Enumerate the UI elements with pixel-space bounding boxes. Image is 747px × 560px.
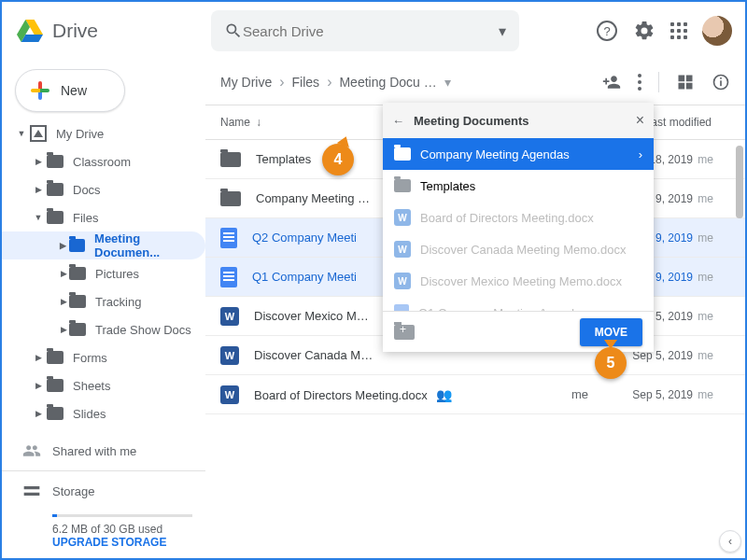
folder-icon xyxy=(47,407,63,420)
popup-item[interactable]: WDiscover Mexico Meeting Memo.docx xyxy=(383,265,654,297)
tree-meeting-documents[interactable]: ▶Meeting Documen... xyxy=(2,231,205,259)
storage-label: Storage xyxy=(52,484,95,498)
chevron-right-icon: › xyxy=(279,74,284,91)
app-name: Drive xyxy=(52,20,98,42)
search-input[interactable] xyxy=(243,23,499,39)
tree-tracking[interactable]: ▶Tracking xyxy=(2,287,205,315)
tree-label: Pictures xyxy=(95,267,139,281)
close-icon[interactable]: × xyxy=(636,112,644,129)
popup-item[interactable]: Templates xyxy=(383,170,654,202)
crumb-files[interactable]: Files xyxy=(292,75,320,90)
move-popup: ← Meeting Documents × Company Meeting Ag… xyxy=(383,103,654,352)
share-person-icon[interactable] xyxy=(602,73,621,91)
tree-label: Slides xyxy=(73,407,106,421)
tree-forms[interactable]: ▶Forms xyxy=(2,343,205,371)
svg-rect-6 xyxy=(720,80,722,86)
back-icon[interactable]: ← xyxy=(392,114,404,128)
tree-label: My Drive xyxy=(56,127,104,141)
folder-icon xyxy=(69,267,86,280)
shared-with-me[interactable]: Shared with me xyxy=(2,437,205,465)
folder-icon xyxy=(220,191,241,206)
caret-right-icon: ▶ xyxy=(58,297,69,306)
crumb-current[interactable]: Meeting Docu … xyxy=(339,75,436,90)
gdoc-icon xyxy=(220,267,237,287)
folder-icon xyxy=(47,183,63,196)
svg-text:?: ? xyxy=(603,24,610,38)
svg-rect-7 xyxy=(720,77,722,79)
shared-icon xyxy=(22,441,41,460)
toolbar: My Drive › Files › Meeting Docu … ▾ xyxy=(205,60,745,105)
gdoc-icon xyxy=(394,304,409,311)
caret-right-icon: ▶ xyxy=(30,381,47,390)
tree-label: Forms xyxy=(73,351,107,365)
crumb-mydrive[interactable]: My Drive xyxy=(220,75,272,90)
folder-icon xyxy=(394,147,411,161)
tree-label: Classroom xyxy=(73,155,131,169)
avatar[interactable] xyxy=(702,16,732,46)
popup-item-label: Discover Mexico Meeting Memo.docx xyxy=(420,274,622,288)
upgrade-link[interactable]: UPGRADE STORAGE xyxy=(52,536,192,549)
popup-item[interactable]: WDiscover Canada Meeting Memo.docx xyxy=(383,233,654,265)
tree-slides[interactable]: ▶Slides xyxy=(2,399,205,427)
caret-down-icon: ▼ xyxy=(30,213,47,222)
storage-block: 6.2 MB of 30 GB used UPGRADE STORAGE xyxy=(2,505,205,549)
storage[interactable]: Storage xyxy=(2,477,205,505)
caret-down-icon: ▼ xyxy=(13,129,30,138)
sidebar: New ▼ My Drive ▶Classroom ▶Docs ▼Files ▶… xyxy=(2,60,205,560)
caret-right-icon: ▶ xyxy=(58,269,69,278)
search-bar[interactable]: ▾ xyxy=(211,10,519,51)
caret-right-icon: ▶ xyxy=(58,241,69,250)
storage-bar xyxy=(52,514,192,517)
search-icon xyxy=(224,21,243,40)
arrow-down-icon: ↓ xyxy=(256,116,261,129)
col-lastmod[interactable]: Last modified xyxy=(645,116,730,129)
info-icon[interactable] xyxy=(712,73,730,91)
logo-group: Drive xyxy=(15,16,211,46)
folder-icon xyxy=(394,179,411,192)
word-icon: W xyxy=(394,273,411,289)
popup-item-label: Company Meeting Agendas xyxy=(420,147,570,161)
new-button-label: New xyxy=(61,83,87,98)
caret-right-icon: ▶ xyxy=(30,409,47,418)
tree-docs[interactable]: ▶Docs xyxy=(2,175,205,203)
header-actions: ? xyxy=(596,16,732,46)
caret-right-icon: ▶ xyxy=(30,353,47,362)
col-name-label: Name xyxy=(220,116,250,129)
caret-right-icon: ▶ xyxy=(58,325,69,334)
tree-files[interactable]: ▼Files xyxy=(2,203,205,231)
file-row[interactable]: WBoard of Directors Meeting.docx 👥meSep … xyxy=(205,375,745,414)
plus-icon xyxy=(29,79,51,102)
file-name: Board of Directors Meeting.docx 👥 xyxy=(254,387,571,402)
tree-tradeshow[interactable]: ▶Trade Show Docs xyxy=(2,315,205,343)
tree-pictures[interactable]: ▶Pictures xyxy=(2,259,205,287)
folder-icon xyxy=(220,152,241,167)
storage-used: 6.2 MB of 30 GB used xyxy=(52,523,192,536)
scrollbar[interactable] xyxy=(736,146,743,218)
search-dropdown-icon[interactable]: ▾ xyxy=(499,22,506,40)
callout-4: 4 xyxy=(322,144,354,175)
folder-icon xyxy=(69,323,86,336)
help-icon[interactable]: ? xyxy=(596,20,618,42)
tree-sheets[interactable]: ▶Sheets xyxy=(2,371,205,399)
apps-icon[interactable] xyxy=(670,22,687,39)
chevron-down-icon[interactable]: ▾ xyxy=(444,75,451,90)
tree-my-drive[interactable]: ▼ My Drive xyxy=(2,119,205,147)
popup-item[interactable]: Q1 Company Meeting Agenda xyxy=(383,297,654,311)
tree-label: Trade Show Docs xyxy=(95,323,191,337)
popup-item[interactable]: WBoard of Directors Meeting.docx xyxy=(383,202,654,233)
more-actions-icon[interactable] xyxy=(638,74,641,91)
new-folder-icon[interactable] xyxy=(394,325,415,340)
grid-view-icon[interactable] xyxy=(676,73,695,91)
storage-icon xyxy=(22,482,41,500)
gear-icon[interactable] xyxy=(633,20,655,42)
chevron-right-icon: › xyxy=(327,74,331,91)
tree-classroom[interactable]: ▶Classroom xyxy=(2,147,205,175)
gdoc-icon xyxy=(220,228,237,248)
popup-item-label: Templates xyxy=(420,179,475,193)
header: Drive ▾ ? xyxy=(2,2,745,60)
popup-item[interactable]: Company Meeting Agendas› xyxy=(383,138,654,170)
popup-item-label: Q1 Company Meeting Agenda xyxy=(418,306,581,312)
collapse-side-panel-icon[interactable]: ‹ xyxy=(719,530,741,553)
new-button[interactable]: New xyxy=(15,69,125,112)
callout-5: 5 xyxy=(595,347,627,379)
